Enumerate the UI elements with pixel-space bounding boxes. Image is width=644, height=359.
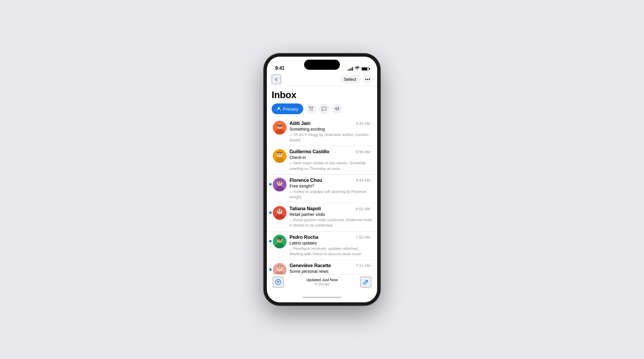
unread-dot (269, 183, 272, 185)
wifi-icon (355, 66, 360, 71)
person-icon (276, 106, 281, 111)
avatar (273, 178, 287, 191)
back-button[interactable] (272, 75, 281, 84)
tab-social[interactable] (319, 103, 329, 114)
cart-icon (308, 106, 314, 112)
unread-count: 6 Unread (284, 282, 360, 286)
unread-dot (269, 268, 272, 271)
email-preview: ⌙Invited to izakaya soft opening by Flor… (290, 189, 372, 200)
attachment-icon: ⌙ (290, 133, 292, 137)
megaphone-icon (335, 106, 340, 112)
chevron-right-icon: › (371, 121, 372, 126)
filter-button[interactable] (273, 277, 284, 287)
email-item[interactable]: Pedro Rocha 7:52 AM › Latest updates ⌙Fe… (267, 232, 377, 260)
avatar-guillermo-img (273, 149, 287, 163)
attachment-icon: ⌙ (290, 161, 292, 165)
email-header: Aditi Jain 9:41 AM › (290, 121, 372, 126)
home-indicator (267, 292, 377, 302)
email-subject: Something exciting (290, 127, 372, 131)
email-subject: Some personal news (290, 269, 372, 274)
email-preview: ⌙Retail partner visits confirmed. Prefer… (290, 217, 372, 228)
email-preview: ⌙YA sci-fi trilogy by Ghanaian author, L… (290, 132, 372, 143)
svg-rect-24 (278, 209, 279, 211)
email-preview: ⌙Feedback received, updates attached. Me… (290, 246, 372, 257)
email-meta: 7:11 AM › (356, 263, 372, 268)
avatar (273, 263, 287, 274)
nav-actions: Select ••• (340, 75, 372, 84)
email-item[interactable]: Guillermo Castillo 8:58 AM › Check-in ⌙N… (267, 146, 377, 174)
home-indicator-bar (303, 297, 341, 298)
email-item[interactable]: Geneviève Racette 7:11 AM › Some persona… (267, 260, 377, 274)
avatar (273, 235, 287, 248)
phone-frame: 9:41 (264, 54, 380, 305)
svg-point-13 (280, 154, 281, 155)
email-content: Tatiana Napoli 8:01 AM › Retail partner … (290, 206, 372, 228)
avatar (273, 121, 287, 134)
tab-shopping[interactable] (306, 103, 316, 114)
email-time: 8:43 AM (356, 178, 370, 182)
email-subject: Retail partner visits (290, 212, 372, 217)
more-button[interactable]: ••• (363, 75, 372, 84)
email-meta: 7:52 AM › (356, 235, 372, 239)
email-item[interactable]: Tatiana Napoli 8:01 AM › Retail partner … (267, 203, 377, 231)
svg-point-2 (312, 110, 313, 111)
compose-button[interactable] (360, 277, 371, 287)
email-subject: Latest updates (290, 241, 372, 245)
email-header: Pedro Rocha 7:52 AM › (290, 235, 372, 240)
status-bar: 9:41 (267, 57, 377, 73)
category-tabs: Primary (267, 103, 377, 118)
nav-bar: Select ••• (267, 73, 377, 86)
inbox-title: Inbox (267, 86, 377, 103)
chevron-right-icon: › (371, 235, 372, 239)
svg-point-35 (280, 267, 281, 269)
avatar (273, 206, 287, 220)
compose-icon (363, 279, 369, 285)
svg-point-1 (310, 110, 311, 111)
chat-icon (321, 106, 327, 112)
email-content: Geneviève Racette 7:11 AM › Some persona… (290, 263, 372, 274)
email-content: Florence Chou 8:43 AM › Free tonight? ⌙I… (290, 178, 372, 200)
email-header: Tatiana Napoli 8:01 AM › (290, 206, 372, 211)
svg-point-30 (280, 239, 281, 240)
avatar-genevieve-img (273, 263, 287, 274)
email-meta: 9:41 AM › (356, 121, 372, 126)
email-content: Guillermo Castillo 8:58 AM › Check-in ⌙N… (290, 149, 372, 171)
svg-rect-25 (280, 209, 282, 211)
svg-point-18 (280, 182, 281, 183)
email-header: Guillermo Castillo 8:58 AM › (290, 149, 372, 154)
email-content: Pedro Rocha 7:52 AM › Latest updates ⌙Fe… (290, 235, 372, 257)
email-time: 7:52 AM (356, 235, 370, 239)
svg-point-29 (278, 239, 279, 240)
email-meta: 8:58 AM › (356, 150, 372, 154)
status-icons (348, 66, 369, 71)
email-header: Geneviève Racette 7:11 AM › (290, 263, 372, 268)
status-time: 9:41 (275, 66, 284, 71)
email-item[interactable]: Aditi Jain 9:41 AM › Something exciting … (267, 118, 377, 146)
svg-rect-8 (277, 124, 282, 127)
svg-point-23 (280, 211, 281, 212)
updated-text: Updated Just Now (284, 278, 360, 282)
email-time: 8:01 AM (356, 207, 370, 211)
sender-name: Tatiana Napoli (290, 206, 321, 211)
sender-name: Guillermo Castillo (290, 149, 329, 154)
bottom-status: Updated Just Now 6 Unread (284, 278, 360, 286)
avatar-florence-img (273, 178, 287, 191)
select-button[interactable]: Select (340, 75, 360, 83)
sender-name: Geneviève Racette (290, 263, 331, 268)
tab-primary[interactable]: Primary (272, 103, 303, 114)
email-subject: Check-in (290, 155, 372, 160)
avatar-tatiana-img (273, 206, 287, 220)
sender-name: Aditi Jain (290, 121, 310, 126)
email-list: Aditi Jain 9:41 AM › Something exciting … (267, 118, 377, 274)
sender-name: Pedro Rocha (290, 235, 318, 240)
email-preview: ⌙Next major review in two weeks. Schedul… (290, 160, 372, 171)
unread-dot (269, 211, 272, 214)
email-header: Florence Chou 8:43 AM › (290, 178, 372, 183)
chevron-right-icon: › (371, 178, 372, 182)
attachment-icon: ⌙ (290, 218, 292, 222)
chevron-right-icon: › (371, 264, 372, 268)
svg-point-34 (278, 267, 279, 269)
email-item[interactable]: Florence Chou 8:43 AM › Free tonight? ⌙I… (267, 175, 377, 203)
signal-bars-icon (348, 67, 353, 71)
tab-promotions[interactable] (332, 103, 343, 114)
